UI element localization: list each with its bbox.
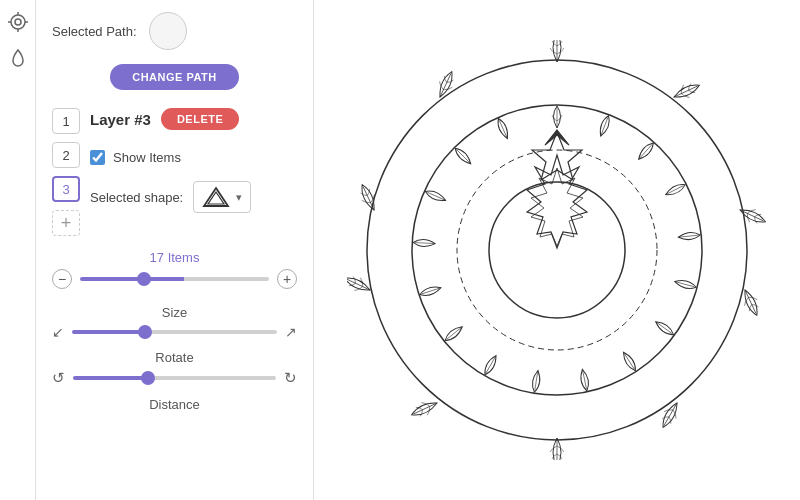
triangle-shape-icon <box>202 186 230 208</box>
svg-point-10 <box>457 150 657 350</box>
size-min-icon: ↙ <box>52 324 64 340</box>
selected-shape-label: Selected shape: <box>90 190 183 205</box>
shape-dropdown[interactable]: ▾ <box>193 181 251 213</box>
star-icon[interactable] <box>6 10 30 34</box>
layer-header: Layer #3 DELETE <box>90 108 297 130</box>
rotate-label: Rotate <box>155 350 193 365</box>
distance-section: Distance <box>52 397 297 416</box>
layer-numbers: 1 2 3 + <box>52 108 80 240</box>
layer-content: Layer #3 DELETE Show Items Selected shap… <box>90 108 297 240</box>
svg-line-36 <box>415 243 435 244</box>
rotate-right-icon: ↻ <box>284 369 297 387</box>
svg-point-11 <box>489 182 625 318</box>
svg-point-1 <box>15 19 21 25</box>
mandala-canvas: /* static content */ <box>347 40 767 460</box>
distance-label: Distance <box>149 397 200 412</box>
items-slider[interactable] <box>80 277 269 281</box>
layer-add-button[interactable]: + <box>52 210 80 236</box>
side-panel: Selected Path: CHANGE PATH 1 2 3 + Layer… <box>36 0 314 500</box>
items-slider-row: − + <box>52 269 297 289</box>
layer-num-2[interactable]: 2 <box>52 142 80 168</box>
layer-section: 1 2 3 + Layer #3 DELETE Show Items <box>52 108 297 240</box>
size-max-icon: ↗ <box>285 324 297 340</box>
selected-shape-row: Selected shape: ▾ <box>90 181 297 213</box>
show-items-checkbox[interactable] <box>90 150 105 165</box>
rotate-slider[interactable] <box>73 376 276 380</box>
show-items-row: Show Items <box>90 150 297 165</box>
layer-title: Layer #3 <box>90 111 151 128</box>
svg-marker-6 <box>204 188 228 206</box>
layer-num-1[interactable]: 1 <box>52 108 80 134</box>
canvas-area: /* static content */ <box>314 0 800 500</box>
dropdown-chevron-icon: ▾ <box>236 191 242 204</box>
delete-button[interactable]: DELETE <box>161 108 239 130</box>
size-label: Size <box>162 305 187 320</box>
show-items-label[interactable]: Show Items <box>113 150 181 165</box>
size-section: Size ↙ ↗ <box>52 305 297 340</box>
selected-path-row: Selected Path: <box>52 12 297 50</box>
change-path-button[interactable]: CHANGE PATH <box>110 64 239 90</box>
drop-icon[interactable] <box>6 46 30 70</box>
size-slider-row: ↙ ↗ <box>52 324 297 340</box>
items-count-label: 17 Items <box>150 250 200 265</box>
items-decrease-button[interactable]: − <box>52 269 72 289</box>
items-count-section: 17 Items − + <box>52 250 297 289</box>
selected-path-label: Selected Path: <box>52 24 137 39</box>
left-toolbar <box>0 0 36 500</box>
rotate-section: Rotate ↺ ↻ <box>52 350 297 387</box>
path-circle-preview <box>149 12 187 50</box>
layer-num-3[interactable]: 3 <box>52 176 80 202</box>
size-slider[interactable] <box>72 330 277 334</box>
items-increase-button[interactable]: + <box>277 269 297 289</box>
rotate-left-icon: ↺ <box>52 369 65 387</box>
rotate-slider-row: ↺ ↻ <box>52 369 297 387</box>
svg-point-0 <box>11 15 25 29</box>
